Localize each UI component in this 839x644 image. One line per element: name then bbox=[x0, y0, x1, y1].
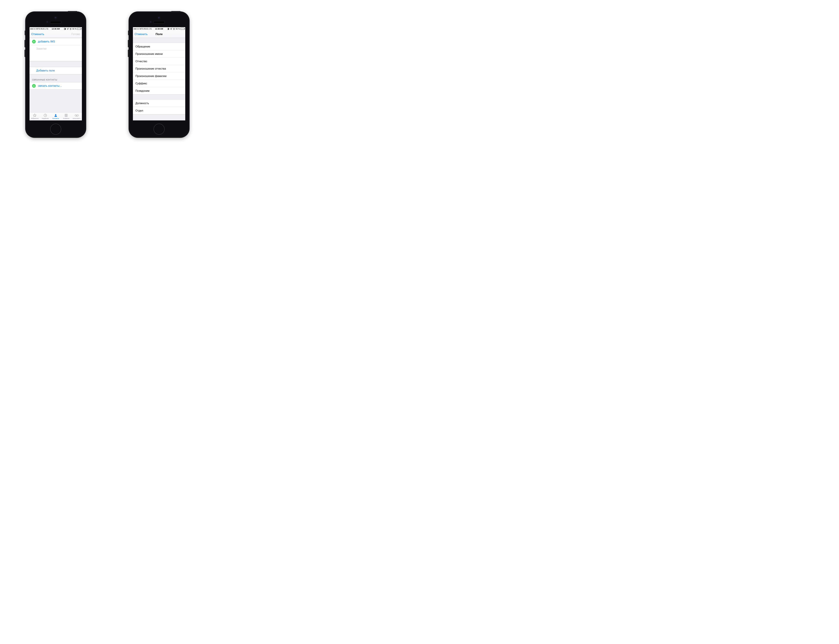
clock-label: 12:30 AM bbox=[155, 28, 163, 30]
proximity-sensor bbox=[150, 21, 152, 23]
add-ims-label: добавить IMS bbox=[38, 40, 55, 43]
keypad-icon bbox=[64, 113, 68, 117]
tab-recents[interactable]: Недавние bbox=[40, 112, 50, 120]
earpiece-speaker bbox=[153, 21, 165, 23]
add-field-row[interactable]: Добавить поле bbox=[30, 67, 82, 74]
field-option-row[interactable]: Обращение bbox=[133, 43, 185, 50]
done-button[interactable]: Готово bbox=[71, 33, 81, 36]
star-icon bbox=[33, 113, 37, 117]
alarm-icon bbox=[173, 28, 175, 30]
tab-keypad[interactable]: Клавиши bbox=[61, 112, 71, 120]
field-label: Отчество bbox=[135, 60, 147, 63]
signal-strength-icon bbox=[134, 28, 139, 30]
field-option-row[interactable]: Произношение имени bbox=[133, 50, 185, 58]
power-button bbox=[68, 11, 77, 12]
field-label: Произношение отчества bbox=[135, 67, 166, 70]
battery-percent-label: 55 % bbox=[176, 28, 180, 30]
volume-up-button bbox=[25, 40, 26, 47]
field-option-row[interactable]: Произношение фамилии bbox=[133, 72, 185, 80]
signal-strength-icon bbox=[30, 28, 36, 30]
field-label: Псевдоним bbox=[135, 89, 150, 92]
carrier-label: MTS RUS bbox=[140, 28, 148, 30]
svg-point-10 bbox=[65, 116, 66, 117]
status-bar: MTS RUS LTE 12:30 AM 55 % bbox=[133, 27, 185, 31]
linked-contacts-header: СВЯЗАННЫЕ КОНТАКТЫ bbox=[30, 74, 82, 82]
cancel-button[interactable]: Отменить bbox=[31, 33, 44, 36]
spacer bbox=[133, 95, 185, 100]
nav-bar: Отменить Готово bbox=[30, 31, 82, 38]
add-ims-row[interactable]: ＋ добавить IMS bbox=[30, 38, 82, 45]
content-area: ＋ добавить IMS Заметки Добавить поле СВЯ… bbox=[30, 38, 82, 112]
contact-icon bbox=[54, 113, 58, 117]
field-label: Произношение фамилии bbox=[135, 75, 166, 78]
add-field-label: Добавить поле bbox=[36, 69, 55, 72]
status-bar: MTS RUS LTE 12:30 AM 55 % bbox=[30, 27, 82, 31]
alarm-icon bbox=[69, 28, 72, 30]
plus-icon: ＋ bbox=[32, 84, 36, 88]
do-not-disturb-icon bbox=[167, 28, 169, 30]
tab-contacts[interactable]: Контакты bbox=[51, 112, 61, 120]
battery-icon bbox=[77, 28, 81, 30]
spacer bbox=[30, 61, 82, 67]
field-option-row[interactable]: Произношение отчества bbox=[133, 65, 185, 72]
field-label: Произношение имени bbox=[135, 53, 163, 56]
clock-label: 12:30 AM bbox=[52, 28, 60, 30]
tab-label: Недавние bbox=[42, 118, 49, 119]
voicemail-icon bbox=[74, 113, 79, 117]
svg-point-7 bbox=[65, 115, 66, 116]
svg-point-11 bbox=[66, 116, 67, 117]
location-icon bbox=[170, 28, 172, 30]
field-label: Суффикс bbox=[135, 82, 147, 85]
field-option-row[interactable]: Отчество bbox=[133, 58, 185, 65]
tab-label: Автоответч. bbox=[72, 118, 81, 119]
screen-left: MTS RUS LTE 12:30 AM 55 % Отменить Готов… bbox=[30, 27, 82, 120]
field-option-row[interactable]: Псевдоним bbox=[133, 87, 185, 95]
mute-switch bbox=[25, 31, 26, 35]
svg-point-4 bbox=[65, 114, 66, 115]
notes-placeholder: Заметки bbox=[36, 47, 46, 50]
power-button bbox=[171, 11, 181, 12]
mute-switch bbox=[128, 31, 129, 35]
front-camera bbox=[158, 17, 160, 19]
earpiece-speaker bbox=[50, 21, 62, 23]
notes-field[interactable]: Заметки bbox=[30, 45, 82, 61]
link-contacts-row[interactable]: ＋ связать контакты… bbox=[30, 82, 82, 90]
cancel-button[interactable]: Отменить bbox=[135, 33, 148, 36]
data-mode-label: LTE bbox=[149, 28, 152, 30]
do-not-disturb-icon bbox=[64, 28, 66, 30]
home-button[interactable] bbox=[51, 124, 61, 134]
svg-point-5 bbox=[66, 114, 67, 115]
svg-point-13 bbox=[75, 115, 77, 116]
volume-down-button bbox=[128, 50, 129, 57]
field-option-row[interactable]: Суффикс bbox=[133, 80, 185, 87]
tab-favorites[interactable]: Избранное bbox=[30, 112, 40, 120]
field-label: Обращение bbox=[135, 45, 150, 48]
tab-label: Избранное bbox=[31, 118, 39, 119]
nav-title: Поле bbox=[156, 33, 163, 36]
front-camera bbox=[55, 17, 57, 19]
nav-bar: Отменить Поле bbox=[133, 31, 185, 38]
content-area: Обращение Произношение имени Отчество Пр… bbox=[133, 38, 185, 120]
home-button[interactable] bbox=[154, 124, 164, 134]
carrier-label: MTS RUS bbox=[36, 28, 44, 30]
link-contacts-label: связать контакты… bbox=[38, 84, 62, 87]
field-label: Должность bbox=[135, 102, 149, 105]
data-mode-label: LTE bbox=[45, 28, 48, 30]
svg-point-8 bbox=[66, 115, 67, 116]
phone-mockup-left: MTS RUS LTE 12:30 AM 55 % Отменить Готов… bbox=[26, 12, 86, 138]
svg-point-14 bbox=[77, 115, 79, 116]
screen-right: MTS RUS LTE 12:30 AM 55 % Отменить Поле … bbox=[133, 27, 185, 120]
volume-up-button bbox=[128, 40, 129, 47]
tab-label: Клавиши bbox=[63, 118, 69, 119]
field-label: Отдел bbox=[135, 109, 143, 112]
phone-mockup-right: MTS RUS LTE 12:30 AM 55 % Отменить Поле … bbox=[129, 12, 189, 138]
tab-voicemail[interactable]: Автоответч. bbox=[71, 112, 82, 120]
battery-percent-label: 55 % bbox=[72, 28, 77, 30]
volume-down-button bbox=[25, 50, 26, 57]
field-option-row[interactable]: Должность bbox=[133, 100, 185, 107]
svg-point-6 bbox=[67, 114, 67, 115]
tab-label: Контакты bbox=[53, 118, 59, 119]
field-option-row[interactable]: Отдел bbox=[133, 107, 185, 114]
tab-bar: Избранное Недавние Контакты Клавиши bbox=[30, 112, 82, 120]
location-icon bbox=[67, 28, 69, 30]
